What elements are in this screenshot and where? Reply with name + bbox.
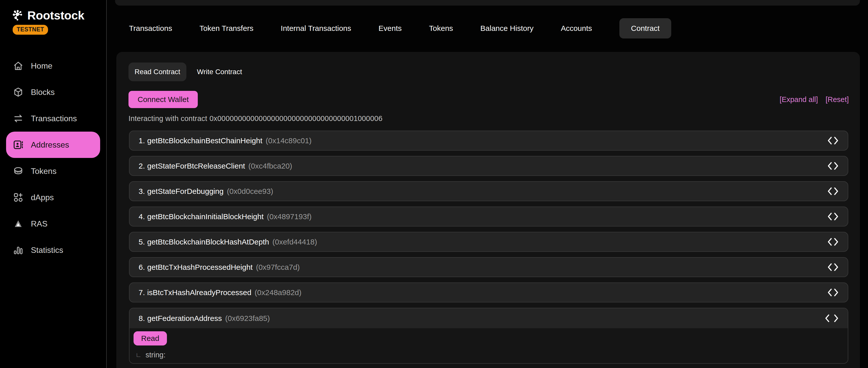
function-row-getstateforbtcreleaseclient[interactable]: 2.getStateForBtcReleaseClient(0xc4fbca20… [129,156,848,176]
subtab-write-contract[interactable]: Write Contract [191,62,248,81]
function-row-isbtctxhashalreadyprocessed[interactable]: 7.isBtcTxHashAlreadyProcessed(0x248a982d… [129,282,848,303]
rootstock-explorer-page: Rootstock TESTNET HomeBlocksTransactions… [0,0,868,368]
tab-contract[interactable]: Contract [619,18,671,38]
output-line: ∟string: [135,350,844,359]
sidebar-item-label: Blocks [31,88,55,97]
function-selector: (0xefd44418) [272,238,317,246]
scrolled-card-edge [115,0,860,6]
tab-token-transfers[interactable]: Token Transfers [199,24,253,33]
function-selector: (0x248a982d) [255,288,302,297]
tab-transactions[interactable]: Transactions [129,24,172,33]
function-selector: (0x4897193f) [267,213,312,221]
function-name: getStateForBtcReleaseClient [147,162,245,170]
sidebar-item-tokens[interactable]: Tokens [6,158,100,184]
expand-all-link[interactable]: [Expand all] [780,95,818,104]
function-index: 2. [138,162,145,170]
tokens-icon [13,166,24,177]
sidebar-item-label: Addresses [31,140,69,149]
tab-tokens[interactable]: Tokens [429,24,453,33]
ras-icon [13,218,24,229]
function-list: 1.getBtcBlockchainBestChainHeight(0x14c8… [129,131,848,368]
blocks-icon [13,87,24,98]
function-index: 6. [138,263,145,272]
list-controls: [Expand all] [Reset] [780,95,849,104]
code-icon[interactable] [827,136,839,145]
code-icon[interactable] [827,162,839,170]
transactions-icon [13,113,24,124]
corner-connector-glyph: ∟ [135,352,142,358]
reset-link[interactable]: [Reset] [826,95,849,104]
function-index: 1. [138,136,145,145]
wallet-row: Connect Wallet [Expand all] [Reset] [128,91,849,108]
sidebar-item-label: Transactions [31,114,77,123]
sidebar-item-addresses[interactable]: Addresses [6,132,100,158]
home-icon [13,60,24,72]
function-row-getbtcblockchaininitialblockheight[interactable]: 4.getBtcBlockchainInitialBlockHeight(0x4… [129,206,848,227]
function-row-getbtcblockchainblockhashatdepth[interactable]: 5.getBtcBlockchainBlockHashAtDepth(0xefd… [129,232,848,252]
sidebar-item-transactions[interactable]: Transactions [6,105,100,132]
function-name: isBtcTxHashAlreadyProcessed [147,288,251,297]
function-index: 7. [138,288,145,297]
function-selector: (0x14c89c01) [266,136,312,145]
function-row-getbtctxhashprocessedheight[interactable]: 6.getBtcTxHashProcessedHeight(0x97fcca7d… [129,257,848,277]
sidebar-item-label: dApps [31,193,54,202]
function-row-getbtcblockchainbestchainheight[interactable]: 1.getBtcBlockchainBestChainHeight(0x14c8… [129,131,848,150]
function-index: 5. [138,238,145,246]
sidebar-item-label: RAS [31,219,48,229]
addresses-icon [13,139,24,150]
dapps-icon [13,192,24,203]
sidebar-nav: HomeBlocksTransactionsAddressesTokensdAp… [6,53,100,263]
sidebar-item-ras[interactable]: RAS [6,210,100,237]
function-name: getBtcBlockchainBlockHashAtDepth [147,238,269,246]
function-name: getBtcTxHashProcessedHeight [147,263,253,272]
contract-panel: Read ContractWrite Contract Connect Wall… [116,52,860,368]
function-index: 4. [138,213,145,221]
sidebar-item-dapps[interactable]: dApps [6,184,100,210]
brand-logo[interactable]: Rootstock TESTNET [0,0,106,35]
code-icon[interactable] [827,263,839,271]
interacting-line: Interacting with contract0x0000000000000… [128,114,382,123]
connect-wallet-button[interactable]: Connect Wallet [128,91,198,108]
output-type-label: string: [146,351,166,359]
code-icon[interactable] [827,288,839,296]
function-selector: (0xc4fbca20) [248,162,292,170]
brand-name: Rootstock [27,9,84,22]
function-index: 3. [138,187,145,196]
sidebar-item-label: Tokens [31,167,56,176]
statistics-icon [13,245,24,256]
function-selector: (0x0d0cee93) [227,187,273,196]
function-name: getStateForDebugging [147,187,224,196]
tab-balance-history[interactable]: Balance History [480,24,533,33]
function-name: getBtcBlockchainInitialBlockHeight [147,213,264,221]
function-row-header[interactable]: 8.getFederationAddress(0x6923fa85) [129,308,848,328]
contract-subtabs: Read ContractWrite Contract [128,62,248,81]
sidebar-item-label: Home [31,61,52,70]
code-icon[interactable] [825,314,839,322]
function-index: 8. [138,314,145,323]
code-icon[interactable] [827,238,839,246]
sidebar-item-label: Statistics [31,246,63,255]
function-name: getFederationAddress [147,314,222,323]
rootstock-logo-icon [12,9,24,22]
tab-internal-transactions[interactable]: Internal Transactions [281,24,351,33]
code-icon[interactable] [827,213,839,221]
interacting-label: Interacting with contract [128,114,207,122]
function-row-expanded-getfederationaddress: 8.getFederationAddress(0x6923fa85)Read∟s… [129,308,848,364]
address-tabs: TransactionsToken TransfersInternal Tran… [129,18,671,38]
function-row-getstatefordebugging[interactable]: 3.getStateForDebugging(0x0d0cee93) [129,181,848,201]
read-button[interactable]: Read [133,331,167,345]
sidebar-item-statistics[interactable]: Statistics [6,237,100,263]
tab-events[interactable]: Events [379,24,402,33]
function-name: getBtcBlockchainBestChainHeight [147,136,262,145]
testnet-badge: TESTNET [13,25,48,35]
sidebar: Rootstock TESTNET HomeBlocksTransactions… [0,0,106,368]
subtab-read-contract[interactable]: Read Contract [128,62,186,81]
contract-address: 0x00000000000000000000000000000000010000… [209,114,382,122]
sidebar-item-blocks[interactable]: Blocks [6,79,100,105]
tab-accounts[interactable]: Accounts [561,24,592,33]
function-selector: (0x6923fa85) [225,314,270,323]
sidebar-item-home[interactable]: Home [6,53,100,79]
function-row-body: Read∟string: [129,328,848,363]
code-icon[interactable] [827,187,839,195]
sidebar-divider [106,0,107,368]
